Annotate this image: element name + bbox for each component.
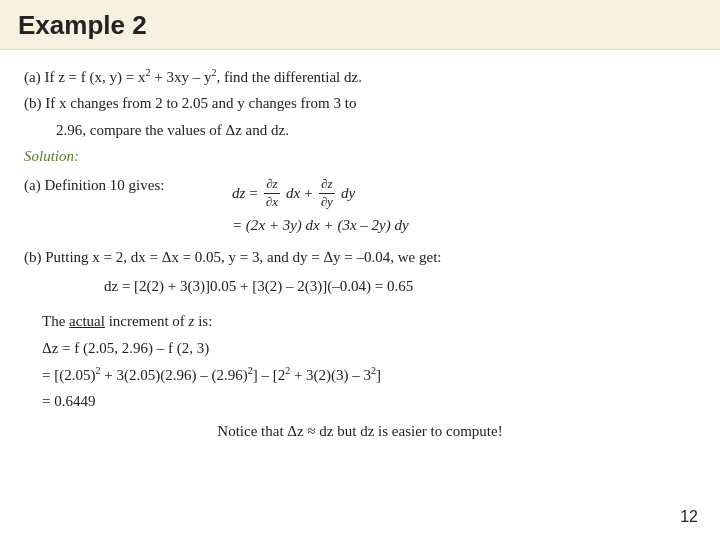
dz-label: dz: [232, 185, 245, 202]
formula-block-a: (a) Definition 10 gives: dz = ∂z ∂x dx +…: [24, 174, 696, 236]
part-b-line2: 2.96, compare the values of Δz and dz.: [56, 119, 696, 142]
part-b-putting: (b) Putting x = 2, dx = Δx = 0.05, y = 3…: [24, 246, 696, 269]
main-content: (a) If z = f (x, y) = x2 + 3xy – y2, fin…: [0, 50, 720, 450]
part-b-line1: (b) If x changes from 2 to 2.05 and y ch…: [24, 92, 696, 115]
solution-label: Solution:: [24, 145, 696, 168]
formula-row-1: dz = ∂z ∂x dx + ∂z ∂y dy: [232, 176, 355, 211]
frac-dzdx: ∂z ∂x: [264, 176, 280, 211]
notice-bar: Notice that Δz ≈ dz but dz is easier to …: [24, 423, 696, 440]
formula-label-a: (a) Definition 10 gives:: [24, 174, 224, 197]
page-title: Example 2: [18, 10, 702, 41]
part-b-dz: dz = [2(2) + 3(3)]0.05 + [3(2) – 2(3)](–…: [104, 275, 696, 298]
delta-z-def: Δz = f (2.05, 2.96) – f (2, 3): [42, 337, 696, 360]
formula-row-2: = (2x + 3y) dx + (3x – 2y) dy: [232, 217, 409, 234]
actual-increment-label: The actual increment of z is:: [42, 310, 696, 333]
frac-dzdy: ∂z ∂y: [319, 176, 335, 211]
fraction-container: dz = ∂z ∂x dx + ∂z ∂y dy = (2x + 3y) dx …: [232, 174, 409, 236]
actual-increment-section: The actual increment of z is: Δz = f (2.…: [42, 310, 696, 413]
page-number: 12: [680, 508, 698, 526]
title-bar: Example 2: [0, 0, 720, 50]
part-a-line1: (a) If z = f (x, y) = x2 + 3xy – y2, fin…: [24, 65, 696, 89]
calc-line2: = 0.6449: [42, 390, 696, 413]
calc-line1: = [(2.05)2 + 3(2.05)(2.96) – (2.96)2] – …: [42, 363, 696, 387]
